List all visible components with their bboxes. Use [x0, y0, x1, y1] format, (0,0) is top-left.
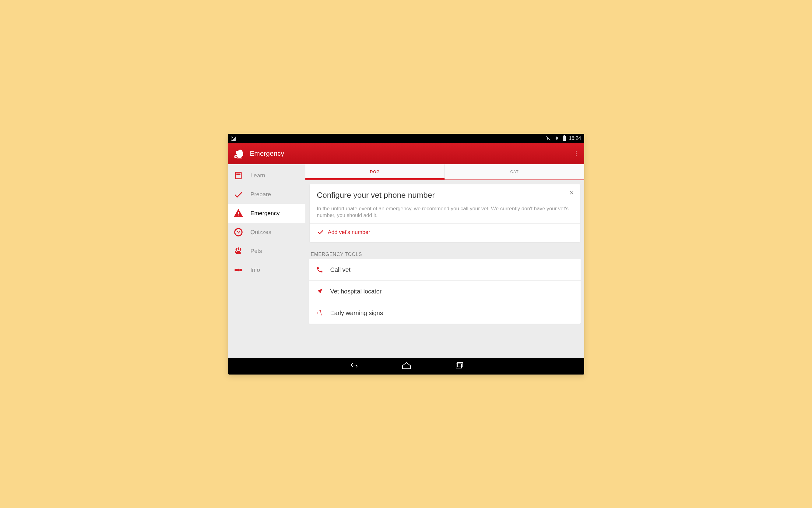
svg-rect-13	[456, 364, 462, 368]
tool-label: Vet hospital locator	[330, 288, 382, 295]
wifi-icon	[554, 136, 560, 140]
tool-vet-hospital-locator[interactable]: Vet hospital locator	[309, 281, 581, 302]
tab-label: DOG	[370, 169, 380, 174]
tab-cat[interactable]: CAT	[445, 164, 584, 179]
add-vet-number-button[interactable]: Add vet's number	[317, 227, 573, 238]
tab-label: CAT	[510, 169, 519, 174]
recents-button[interactable]	[454, 362, 465, 371]
content-area: DOG CAT Configure your vet phone number …	[305, 164, 584, 358]
svg-text:!: !	[321, 313, 322, 316]
svg-rect-14	[457, 363, 463, 367]
tool-label: Call vet	[330, 266, 351, 273]
status-clock: 16:24	[569, 136, 581, 141]
warning-icon	[232, 208, 244, 218]
back-button[interactable]	[348, 362, 359, 371]
notification-icon	[231, 136, 236, 141]
book-icon	[232, 171, 244, 180]
sidebar-item-prepare[interactable]: Prepare	[228, 185, 305, 204]
panel-body-text: In the unfortunate event of an emergency…	[317, 205, 573, 219]
svg-point-7	[234, 268, 237, 271]
svg-point-3	[235, 248, 237, 251]
svg-point-9	[240, 268, 242, 271]
sidebar-item-quizzes[interactable]: ? Quizzes	[228, 223, 305, 242]
panel-title: Configure your vet phone number	[317, 190, 573, 200]
sidebar-item-label: Prepare	[250, 191, 271, 198]
svg-point-5	[240, 248, 241, 251]
sidebar-item-label: Learn	[250, 172, 266, 179]
pet-type-tabs: DOG CAT	[305, 164, 584, 180]
svg-text:!: !	[317, 311, 318, 314]
action-bar-title: Emergency	[250, 150, 284, 158]
tool-early-warning-signs[interactable]: ! ? ! Early warning signs	[309, 302, 581, 324]
tab-dog[interactable]: DOG	[305, 164, 445, 179]
android-nav-bar	[228, 358, 584, 375]
tablet-frame: 16:24 Emergency Learn	[228, 134, 584, 375]
sidebar-item-info[interactable]: Info	[228, 261, 305, 280]
sidebar-item-label: Pets	[250, 248, 262, 254]
question-icon: ?	[232, 227, 244, 237]
svg-point-8	[237, 268, 240, 271]
emergency-tools-list: Call vet Vet hospital locator ! ? !	[309, 259, 581, 324]
tool-call-vet[interactable]: Call vet	[309, 259, 581, 281]
android-status-bar: 16:24	[228, 134, 584, 143]
divider	[309, 223, 580, 224]
phone-icon	[316, 266, 324, 273]
tool-label: Early warning signs	[330, 310, 383, 316]
mute-icon	[546, 136, 551, 141]
emergency-tools-heading: EMERGENCY TOOLS	[311, 252, 579, 257]
battery-icon	[563, 136, 566, 141]
close-panel-button[interactable]	[568, 188, 576, 197]
svg-text:?: ?	[237, 229, 240, 235]
sidebar-item-label: Emergency	[250, 210, 280, 217]
sidebar-item-label: Quizzes	[250, 229, 272, 236]
overflow-menu-button[interactable]	[573, 150, 580, 157]
sidebar-item-pets[interactable]: Pets	[228, 242, 305, 261]
add-vet-number-label: Add vet's number	[328, 229, 371, 236]
sidebar: Learn Prepare Emergency ? Quizzes	[228, 164, 305, 358]
sidebar-item-emergency[interactable]: Emergency	[228, 204, 305, 223]
check-icon	[232, 189, 244, 200]
sidebar-item-learn[interactable]: Learn	[228, 166, 305, 185]
app-logo-icon	[232, 147, 245, 160]
svg-point-4	[237, 247, 239, 250]
dots-icon	[232, 265, 244, 275]
location-arrow-icon	[316, 288, 324, 295]
warning-signs-icon: ! ? !	[316, 309, 324, 316]
home-button[interactable]	[401, 362, 412, 371]
configure-vet-panel: Configure your vet phone number In the u…	[309, 184, 580, 242]
sidebar-item-label: Info	[250, 267, 260, 273]
paw-icon	[232, 246, 244, 256]
app-action-bar: Emergency	[228, 143, 584, 164]
